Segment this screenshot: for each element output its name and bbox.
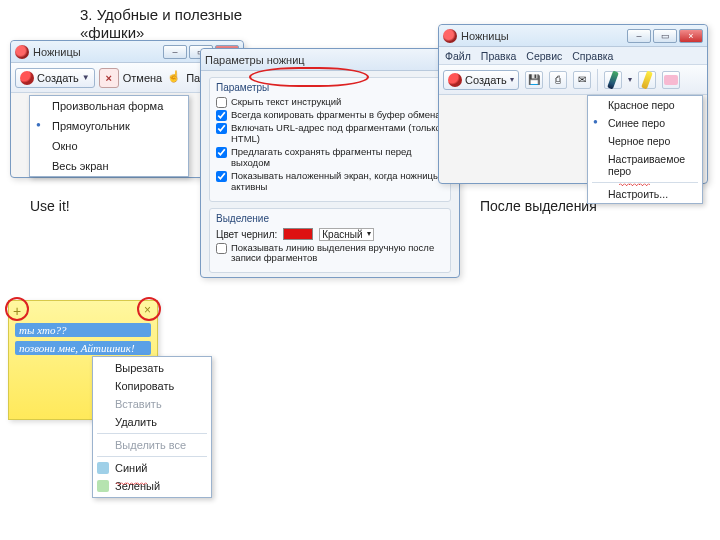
mail-icon[interactable]: ✉ — [573, 71, 591, 89]
pen-dropdown-icon[interactable]: ▾ — [628, 75, 632, 84]
highlighter-button[interactable] — [638, 71, 656, 89]
create-button[interactable]: Создать ▾ — [443, 70, 519, 90]
ctx-delete[interactable]: Удалить — [93, 413, 211, 431]
ctx-paste: Вставить — [93, 395, 211, 413]
scissors-icon — [20, 71, 34, 85]
menu-item-window[interactable]: Окно — [30, 136, 188, 156]
slide-title: 3. Удобные и полезные «фишки» — [80, 6, 260, 42]
checkbox-prompt-save[interactable]: Предлагать сохранять фрагменты перед вых… — [216, 147, 444, 169]
eraser-button[interactable] — [662, 71, 680, 89]
menu-item-freeform[interactable]: Произвольная форма — [30, 96, 188, 116]
save-icon[interactable]: 💾 — [525, 71, 543, 89]
create-mode-menu: Произвольная форма Прямоугольник Окно Ве… — [29, 95, 189, 177]
group-selection-title: Выделение — [216, 213, 444, 224]
window-title: Ножницы — [33, 46, 163, 58]
ink-color-label: Цвет чернил: — [216, 229, 277, 240]
window-title: Параметры ножниц — [205, 54, 455, 66]
minimize-button[interactable]: – — [627, 29, 651, 43]
window-title: Ножницы — [461, 30, 627, 42]
snipping-tool-options-dialog: Параметры ножниц Параметры Скрыть текст … — [200, 48, 460, 278]
checkbox-label: Скрыть текст инструкций — [231, 97, 341, 108]
titlebar[interactable]: Ножницы – ▭ × — [439, 25, 707, 47]
titlebar[interactable]: Параметры ножниц — [201, 49, 459, 71]
group-app: Параметры Скрыть текст инструкций Всегда… — [209, 77, 451, 202]
checkbox-include-url[interactable]: Включать URL-адрес под фрагментами (толь… — [216, 123, 444, 145]
snipping-tool-window-pen-menu: Ножницы – ▭ × Файл Правка Сервис Справка… — [438, 24, 708, 184]
menu-item-black-pen[interactable]: Черное перо — [588, 132, 702, 150]
ctx-color-green[interactable]: Зеленый — [93, 477, 211, 495]
ctx-cut[interactable]: Вырезать — [93, 359, 211, 377]
menu-item-custom-pen[interactable]: Настраиваемое перо — [588, 150, 702, 180]
menu-file[interactable]: Файл — [445, 50, 471, 62]
checkbox-label: Предлагать сохранять фрагменты перед вых… — [231, 147, 444, 169]
copy-icon[interactable]: ⎙ — [549, 71, 567, 89]
scissors-icon — [15, 45, 29, 59]
toolbar-text-cut: Па — [186, 72, 200, 84]
annotation-red-circle — [5, 297, 29, 321]
scissors-icon — [443, 29, 457, 43]
menu-item-fullscreen[interactable]: Весь экран — [30, 156, 188, 176]
annotation-red-circle — [137, 297, 161, 321]
checkbox-always-copy[interactable]: Всегда копировать фрагменты в буфер обме… — [216, 110, 444, 121]
group-selection: Выделение Цвет чернил: Красный Показыват… — [209, 208, 451, 274]
menu-item-blue-pen[interactable]: Синее перо — [588, 114, 702, 132]
checkbox-show-overlay[interactable]: Показывать наложенный экран, когда ножни… — [216, 171, 444, 193]
menu-item-rectangle[interactable]: Прямоугольник — [30, 116, 188, 136]
group-app-title: Параметры — [216, 82, 444, 93]
caption-use-it: Use it! — [30, 198, 70, 214]
checkbox-hide-instructions[interactable]: Скрыть текст инструкций — [216, 97, 444, 108]
caption-after-selection: После выделения — [480, 198, 597, 214]
spellcheck-squiggle-icon: 〰〰〰 — [619, 179, 649, 191]
separator — [97, 456, 207, 457]
ctx-select-all: Выделить все — [93, 436, 211, 454]
ink-color-swatch — [283, 228, 313, 240]
checkbox-label: Показывать линию выделения вручную после… — [231, 243, 444, 265]
pen-button[interactable] — [604, 71, 622, 89]
create-label: Создать — [37, 72, 79, 84]
chevron-down-icon[interactable]: ▼ — [82, 73, 90, 82]
eraser-icon — [664, 75, 678, 85]
color-swatch-icon — [97, 462, 109, 474]
separator — [97, 433, 207, 434]
note-line-1[interactable]: ты хто?? — [15, 323, 151, 337]
scissors-icon — [448, 73, 462, 87]
menubar: Файл Правка Сервис Справка — [439, 47, 707, 65]
maximize-button[interactable]: ▭ — [653, 29, 677, 43]
note-line-2[interactable]: позвони мне, Айтишник! — [15, 341, 151, 355]
ctx-color-blue[interactable]: Синий — [93, 459, 211, 477]
menu-item-red-pen[interactable]: Красное перо — [588, 96, 702, 114]
sticky-note-area: + × ты хто?? позвони мне, Айтишник! Выре… — [8, 300, 238, 490]
chevron-down-icon[interactable]: ▾ — [510, 75, 514, 84]
close-button[interactable]: × — [679, 29, 703, 43]
checkbox-label: Всегда копировать фрагменты в буфер обме… — [231, 110, 441, 121]
ctx-label: Синий — [115, 462, 147, 474]
menu-edit[interactable]: Правка — [481, 50, 516, 62]
checkbox-label: Включать URL-адрес под фрагментами (толь… — [231, 123, 444, 145]
menu-help[interactable]: Справка — [572, 50, 613, 62]
spellcheck-squiggle-icon: 〰〰〰 — [116, 478, 146, 490]
toolbar: Создать ▾ 💾 ⎙ ✉ ▾ — [439, 65, 707, 95]
create-button[interactable]: Создать ▼ — [15, 68, 95, 88]
minimize-button[interactable]: – — [163, 45, 187, 59]
checkbox-show-selection-line[interactable]: Показывать линию выделения вручную после… — [216, 243, 444, 265]
highlighter-icon — [641, 70, 653, 89]
menu-tools[interactable]: Сервис — [526, 50, 562, 62]
cancel-label: Отмена — [123, 72, 162, 84]
ink-color-dropdown[interactable]: Красный — [319, 228, 373, 241]
checkbox-label: Показывать наложенный экран, когда ножни… — [231, 171, 444, 193]
context-menu: Вырезать Копировать Вставить Удалить Выд… — [92, 356, 212, 498]
pen-icon — [607, 70, 619, 89]
color-swatch-icon — [97, 480, 109, 492]
cancel-icon[interactable]: × — [99, 68, 119, 88]
ctx-copy[interactable]: Копировать — [93, 377, 211, 395]
options-icon[interactable]: ☝ — [166, 70, 182, 86]
create-label: Создать — [465, 74, 507, 86]
separator — [597, 69, 598, 91]
